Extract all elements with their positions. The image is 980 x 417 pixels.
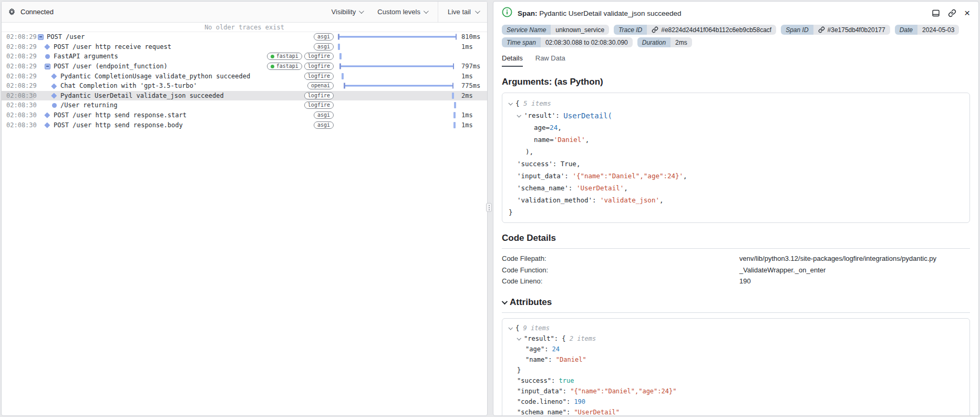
code-line: "success": true <box>509 375 963 386</box>
divider <box>502 312 970 313</box>
trace-timestamp: 02:08:29 <box>2 42 34 52</box>
visibility-dropdown[interactable]: Visibility <box>332 8 363 16</box>
dock-panel-icon[interactable] <box>932 9 940 17</box>
span-diamond-icon <box>44 45 50 49</box>
trace-row[interactable]: 02:08:29POST /userasgi810ms <box>2 32 487 42</box>
duration-timeline <box>338 91 457 101</box>
tab-details[interactable]: Details <box>502 54 523 67</box>
collapse-chevron-icon[interactable] <box>517 114 524 117</box>
tab-raw-data[interactable]: Raw Data <box>535 54 565 67</box>
trace-row[interactable]: 02:08:30Pydantic UserDetail validate_jso… <box>2 91 487 101</box>
duration-label: 797ms <box>457 63 487 70</box>
code-token-str: '{"name":"Daniel","age":24}' <box>572 172 683 180</box>
code-token-key: 'result' <box>524 111 555 119</box>
live-tail-dropdown[interactable]: Live tail <box>438 2 487 22</box>
code-token-plain: : <box>548 356 555 363</box>
gear-icon[interactable] <box>8 8 16 16</box>
code-token-str: 'Daniel' <box>554 136 585 144</box>
meta-pill-trace-id[interactable]: Trace ID#e8224d24d41f064b112c6eb9cb58cac… <box>614 25 776 35</box>
collapse-chevron-icon[interactable] <box>502 300 506 304</box>
code-line: 'validation_method': 'validate_json', <box>509 194 963 206</box>
code-line: { 5 items <box>509 97 963 109</box>
trace-row[interactable]: 02:08:29POST /user http receive requesta… <box>2 42 487 52</box>
code-line: "name": "Daniel" <box>509 354 963 365</box>
code-token-plain: : <box>551 377 559 384</box>
code-line: "age": 24 <box>509 344 963 354</box>
code-detail-value: _ValidateWrapper._on_enter <box>739 266 826 274</box>
custom-levels-label: Custom levels <box>377 8 420 16</box>
duration-bar <box>344 85 453 87</box>
span-name: Pydantic UserDetail validate_json succee… <box>539 9 681 17</box>
code-detail-row: Code Function:_ValidateWrapper._on_enter <box>502 265 970 276</box>
copy-link-icon[interactable] <box>948 9 956 17</box>
code-token-plain: , <box>585 136 590 144</box>
scope-badge-asgi: asgi <box>314 33 334 40</box>
code-token-plain: } <box>517 367 521 374</box>
trace-row[interactable]: 02:08:30/User returninglogfire <box>2 100 487 110</box>
attributes-heading[interactable]: Attributes <box>502 297 970 308</box>
code-line: "code.lineno": 190 <box>509 396 963 407</box>
code-token-plain: { <box>515 324 523 332</box>
code-line: 'success': True, <box>509 158 963 170</box>
duration-label: 1ms <box>457 111 487 119</box>
scope-badges: openai <box>307 82 334 89</box>
collapse-chevron-icon[interactable] <box>509 102 515 105</box>
code-token-num: 24 <box>552 345 560 353</box>
code-token-kw: True <box>561 160 576 168</box>
trace-row[interactable]: 02:08:29Chat Completion with 'gpt-3.5-tu… <box>2 81 487 91</box>
code-token-plain: , <box>576 160 581 168</box>
code-detail-row: Code Filepath:venv/lib/python3.12/site-p… <box>502 253 970 265</box>
collapse-icon[interactable] <box>37 34 44 40</box>
trace-row[interactable]: 02:08:30POST /user http send response.st… <box>2 110 487 120</box>
custom-levels-dropdown[interactable]: Custom levels <box>377 8 427 16</box>
arguments-code-block: { 5 items'result': UserDetail(age=24,nam… <box>502 93 970 223</box>
code-token-key: "age" <box>525 345 544 353</box>
code-token-plain: : <box>553 160 561 168</box>
duration-bar <box>338 36 457 38</box>
meta-label: Span ID <box>781 25 813 35</box>
collapse-chevron-icon[interactable] <box>517 337 524 340</box>
code-token-plain: : <box>563 388 570 395</box>
scope-badge-logfire: logfire <box>304 53 334 60</box>
code-line: 'input_data': '{"name":"Daniel","age":24… <box>509 170 963 182</box>
code-token-num: 24 <box>550 124 558 131</box>
trace-row[interactable]: 02:08:29POST /user (endpoint_function)fa… <box>2 62 487 72</box>
collapse-chevron-icon[interactable] <box>509 327 515 330</box>
scope-badges: fastapilogfire <box>267 63 334 70</box>
no-older-traces-notice: No older traces exist <box>2 23 487 32</box>
scope-badge-openai: openai <box>307 82 334 89</box>
close-icon[interactable]: × <box>964 9 970 17</box>
trace-span-cell: POST /user http send response.body <box>34 121 310 129</box>
trace-span-cell: Chat Completion with 'gpt-3.5-turbo' <box>34 82 303 89</box>
code-token-plain: , <box>659 196 664 204</box>
scope-badge-logfire: logfire <box>304 63 334 70</box>
trace-span-name: POST /user (endpoint_function) <box>54 63 168 70</box>
trace-row[interactable]: 02:08:30POST /user http send response.bo… <box>2 120 487 130</box>
code-token-key: 'input_data' <box>517 172 564 180</box>
code-token-key: "result" <box>524 335 554 342</box>
code-token-plain: { <box>515 99 523 107</box>
collapse-icon[interactable] <box>44 64 50 69</box>
trace-timestamp: 02:08:30 <box>2 91 34 101</box>
meta-value: #e8224d24d41f064b112c6eb9cb58cacf <box>647 25 776 35</box>
code-token-class: UserDetail( <box>563 111 612 120</box>
code-token-key: "name" <box>525 356 548 363</box>
trace-span-name: POST /user http send response.body <box>54 121 183 129</box>
chevron-down-icon <box>359 8 364 14</box>
trace-list: 02:08:29POST /userasgi810ms02:08:29POST … <box>2 32 487 130</box>
duration-bar <box>453 112 456 118</box>
trace-row[interactable]: 02:08:29FastAPI argumentsfastapilogfire <box>2 52 487 62</box>
trace-row[interactable]: 02:08:29Pydantic CompletionUsage validat… <box>2 71 487 81</box>
meta-label: Trace ID <box>614 25 647 35</box>
code-line: { 9 items <box>509 323 963 333</box>
chevron-down-icon <box>475 8 480 14</box>
meta-value: unknown_service <box>551 25 609 35</box>
span-header: Span: Pydantic UserDetail validate_json … <box>502 7 970 19</box>
green-dot-icon <box>271 65 274 68</box>
span-title: Span: Pydantic UserDetail validate_json … <box>518 9 681 17</box>
code-line: "input_data": "{"name":"Daniel","age":24… <box>509 386 963 396</box>
trace-span-cell: POST /user <box>34 33 310 40</box>
meta-pill-span-id[interactable]: Span ID#3e175db4f0b20177 <box>781 25 890 35</box>
panel-resize-handle[interactable] <box>486 203 492 212</box>
scope-badge-fastapi: fastapi <box>267 63 302 70</box>
